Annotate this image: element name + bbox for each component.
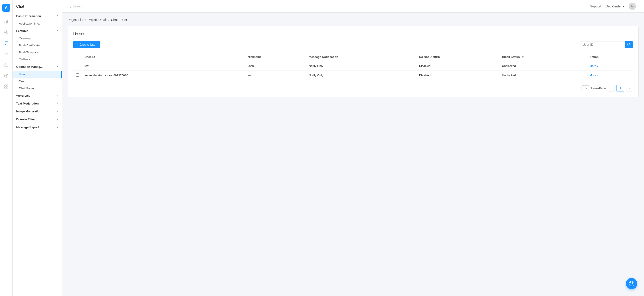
- items-per-page-label: Items/Page: [591, 86, 606, 90]
- action-more-1[interactable]: More ∨: [590, 74, 630, 77]
- breadcrumb-current: Chat - User: [111, 18, 127, 22]
- action-more-0[interactable]: More ∨: [590, 64, 630, 68]
- action-chevron-icon-1: ∨: [597, 74, 598, 77]
- col-user-id: User ID: [82, 53, 245, 61]
- svg-rect-7: [4, 85, 6, 86]
- support-fab-button[interactable]: [626, 278, 637, 289]
- user-id-search: [580, 41, 633, 48]
- sidebar-section-label-1: Features: [16, 29, 28, 33]
- sidebar-section-4[interactable]: Text Moderation∨: [13, 100, 62, 107]
- sidebar-section-0[interactable]: Basic Information∧: [13, 12, 62, 20]
- sidebar-item-0-0[interactable]: Application Info...: [13, 20, 62, 27]
- sidebar-item-2-2[interactable]: Chat Room: [13, 85, 62, 92]
- breadcrumb-project-detail[interactable]: Project Detail: [88, 18, 106, 22]
- target-nav-icon[interactable]: [2, 28, 11, 37]
- support-link[interactable]: Support: [590, 4, 601, 8]
- sidebar-section-chevron-6: ∨: [56, 118, 58, 121]
- svg-rect-2: [7, 20, 8, 23]
- svg-rect-6: [5, 64, 8, 67]
- user-avatar: [629, 3, 636, 10]
- cell-nickname-1: —: [245, 71, 306, 80]
- sidebar-section-label-2: Operation Manag...: [16, 65, 42, 68]
- sidebar-section-chevron-4: ∨: [56, 102, 58, 105]
- breadcrumb-separator-2: /: [108, 18, 109, 22]
- svg-rect-8: [6, 85, 8, 86]
- cell-message-notification-0: Notify Only: [306, 61, 416, 71]
- action-chevron-icon-0: ∨: [597, 65, 598, 67]
- per-page-select[interactable]: 5 ▾: [582, 85, 589, 91]
- cell-block-status-1: Unblocked: [499, 71, 587, 80]
- sidebar-section-1[interactable]: Features∧: [13, 27, 62, 35]
- chat-nav-icon[interactable]: [2, 39, 11, 48]
- sidebar-section-label-0: Basic Information: [16, 14, 41, 18]
- analytics-nav-icon[interactable]: [2, 17, 11, 26]
- sidebar-section-7[interactable]: Message Report∨: [13, 123, 62, 131]
- block-status-filter-icon[interactable]: ▼: [522, 55, 524, 58]
- sidebar-section-label-7: Message Report: [16, 125, 39, 129]
- svg-point-5: [6, 32, 6, 33]
- sidebar-section-3[interactable]: Word List∨: [13, 92, 62, 100]
- toolbar: + Create User: [73, 41, 633, 48]
- sidebar-section-6[interactable]: Domain Filter∨: [13, 115, 62, 123]
- sidebar-section-chevron-3: ∨: [56, 94, 58, 97]
- svg-rect-1: [6, 21, 7, 23]
- user-id-search-button[interactable]: [625, 41, 633, 48]
- svg-line-15: [630, 45, 630, 46]
- sidebar-item-1-2[interactable]: Push Template: [13, 49, 62, 56]
- grid-nav-icon[interactable]: [2, 82, 11, 91]
- notification-dot: [634, 3, 636, 4]
- search-placeholder-text: Search: [72, 4, 82, 8]
- col-do-not-disturb: Do Not Disturb: [416, 53, 499, 61]
- cell-user-id-1: im_moderator_agora_699376080...: [82, 71, 245, 80]
- page-number-input[interactable]: [616, 85, 624, 91]
- user-id-input[interactable]: [580, 41, 625, 48]
- per-page-chevron-icon: ▾: [586, 87, 587, 89]
- icon-nav: A: [0, 0, 13, 296]
- sidebar-section-2[interactable]: Operation Manag...∧: [13, 63, 62, 71]
- sidebar-section-label-4: Text Moderation: [16, 102, 38, 105]
- dev-center-dropdown[interactable]: Dev Center ▾: [606, 4, 624, 8]
- panel-title: Users: [73, 32, 633, 36]
- user-avatar-area[interactable]: ▾: [629, 3, 638, 10]
- sidebar-item-1-0[interactable]: Overview: [13, 35, 62, 42]
- svg-rect-0: [4, 22, 6, 23]
- header-search[interactable]: Search: [68, 4, 590, 8]
- sidebar-section-label-6: Domain Filter: [16, 118, 35, 121]
- sidebar-item-2-1[interactable]: Group: [13, 78, 62, 85]
- prev-page-button[interactable]: ‹: [608, 85, 614, 91]
- sidebar-item-1-3[interactable]: Callback: [13, 56, 62, 63]
- users-table-wrap: User ID Nickname Message Notification Do…: [73, 53, 633, 80]
- sidebar-section-chevron-1: ∧: [56, 29, 58, 32]
- row-checkbox-0[interactable]: [76, 64, 79, 67]
- col-message-notification: Message Notification: [306, 53, 416, 61]
- sidebar-title: Chat: [13, 0, 62, 12]
- svg-point-17: [631, 285, 632, 286]
- sidebar-item-2-0[interactable]: User: [13, 71, 62, 78]
- svg-line-12: [70, 7, 70, 8]
- sidebar-section-chevron-0: ∧: [56, 15, 58, 17]
- main-area: Search Support Dev Center ▾ ▾ Project Li…: [62, 0, 644, 296]
- sidebar-item-1-1[interactable]: Push Certificate: [13, 42, 62, 49]
- cube-nav-icon[interactable]: [2, 71, 11, 80]
- col-nickname: Nickname: [245, 53, 306, 61]
- bag-nav-icon[interactable]: [2, 60, 11, 69]
- breadcrumb-separator-1: /: [85, 18, 86, 22]
- sidebar: Chat Basic Information∧Application Info.…: [13, 0, 62, 296]
- create-user-button[interactable]: + Create User: [73, 41, 100, 48]
- sidebar-section-label-5: Image Moderation: [16, 110, 41, 113]
- sidebar-section-label-3: Word List: [16, 94, 30, 97]
- dev-center-chevron-icon: ▾: [622, 4, 624, 8]
- users-panel: Users + Create User User ID: [68, 26, 638, 97]
- header: Search Support Dev Center ▾ ▾: [62, 0, 644, 13]
- row-checkbox-1[interactable]: [76, 73, 79, 77]
- pagination: 5 ▾ Items/Page ‹ ›: [73, 85, 633, 91]
- sidebar-section-5[interactable]: Image Moderation∨: [13, 107, 62, 115]
- cell-nickname-0: Json: [245, 61, 306, 71]
- breadcrumb-project-list[interactable]: Project List: [68, 18, 83, 22]
- next-page-button[interactable]: ›: [626, 85, 633, 91]
- app-logo[interactable]: A: [2, 3, 10, 12]
- header-right: Support Dev Center ▾ ▾: [590, 3, 638, 10]
- select-all-checkbox[interactable]: [76, 55, 79, 58]
- svg-rect-9: [4, 87, 6, 88]
- bar-chart-nav-icon[interactable]: [2, 49, 11, 58]
